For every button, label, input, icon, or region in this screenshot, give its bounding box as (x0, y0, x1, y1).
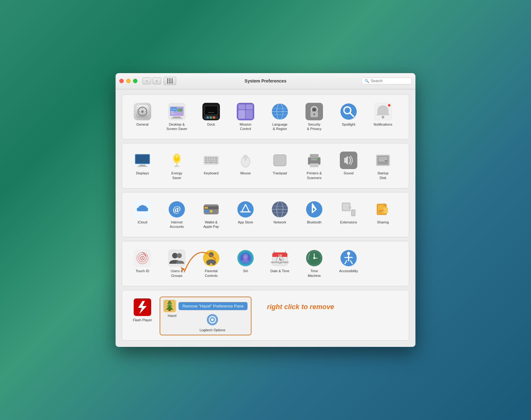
printers-scanners-label: Printers &Scanners (307, 171, 322, 180)
general-icon (134, 103, 151, 120)
pref-wallet-applepay[interactable]: Wallet &Apple Pay (194, 198, 228, 232)
mouse-icon (237, 152, 254, 169)
pref-date-time[interactable]: 18MON TUE WED Date & Time (263, 246, 297, 281)
network-label: Network (274, 220, 286, 224)
svg-rect-109 (379, 210, 384, 211)
svg-point-19 (213, 116, 215, 119)
svg-rect-57 (205, 159, 207, 161)
svg-rect-63 (208, 162, 214, 163)
pref-spotlight[interactable]: Spotlight (331, 100, 366, 134)
svg-rect-25 (246, 110, 253, 119)
titlebar: ‹ › System Preferences 🔍 (116, 73, 415, 89)
pref-trackpad[interactable]: Trackpad (263, 148, 297, 183)
sharing-icon (374, 201, 392, 218)
pref-printers-scanners[interactable]: Printers &Scanners (297, 148, 331, 183)
pref-icloud[interactable]: iCloud (125, 198, 160, 232)
mission-control-icon (237, 103, 254, 120)
pref-displays[interactable]: Displays (125, 148, 160, 183)
pref-extensions[interactable]: Extensions (331, 198, 366, 232)
desktop-screensaver-label: Desktop &Screen Saver (166, 122, 187, 131)
window-controls (119, 79, 137, 83)
section-system: Touch ID Users &Groups ParentalControls (122, 241, 409, 286)
svg-point-142 (313, 257, 315, 259)
pref-users-groups[interactable]: Users &Groups (160, 246, 194, 281)
language-region-label: Language& Region (272, 122, 288, 131)
notifications-label: Notifications (374, 122, 392, 127)
svg-rect-89 (210, 210, 212, 212)
pref-keyboard[interactable]: Keyboard (194, 148, 228, 183)
mission-control-label: MissionControl (240, 122, 251, 131)
grid-view-button[interactable] (164, 77, 176, 85)
svg-rect-74 (311, 159, 317, 160)
desktop-screensaver-icon: FileNewOne (168, 103, 186, 120)
pref-app-store[interactable]: App Store (228, 198, 263, 232)
spotlight-icon (340, 103, 357, 120)
pref-accessibility[interactable]: Accessibility (331, 246, 366, 281)
hazel-item-row: Remove "Hazel" Preference Pane (163, 300, 248, 312)
back-button[interactable]: ‹ (142, 78, 151, 84)
svg-rect-60 (213, 159, 215, 161)
pref-desktop-screensaver[interactable]: FileNewOne Desktop &Screen Saver (160, 100, 194, 134)
printers-scanners-icon (305, 152, 323, 169)
pref-sound[interactable]: Sound (331, 148, 366, 183)
svg-rect-117 (168, 249, 186, 267)
pref-siri[interactable]: Siri (228, 246, 263, 281)
svg-rect-72 (310, 154, 319, 158)
svg-point-34 (313, 108, 316, 111)
svg-rect-6 (173, 117, 181, 118)
third-party-labels-row: Hazel Logitech Options (163, 313, 248, 332)
svg-rect-111 (384, 208, 388, 213)
svg-point-92 (237, 201, 254, 218)
context-menu-area: Remove "Hazel" Preference Pane Hazel (160, 297, 334, 335)
pref-startup-disk[interactable]: StartupDisk (366, 148, 400, 183)
close-button[interactable] (119, 79, 124, 83)
maximize-button[interactable] (133, 79, 137, 83)
energy-saver-label: EnergySaver (171, 171, 182, 180)
pref-sharing[interactable]: Sharing (366, 198, 400, 232)
preferences-content: General FileNewOne Desktop &Screen Saver… (116, 89, 415, 347)
svg-rect-73 (310, 163, 319, 167)
pref-internet-accounts[interactable]: @ InternetAccounts (160, 198, 194, 232)
svg-point-50 (176, 155, 178, 158)
svg-rect-62 (205, 162, 208, 163)
svg-rect-43 (136, 155, 149, 163)
minimize-button[interactable] (126, 79, 131, 83)
svg-rect-104 (349, 206, 351, 209)
svg-rect-80 (379, 159, 387, 160)
time-machine-icon (305, 249, 323, 267)
svg-rect-69 (274, 155, 286, 166)
svg-rect-79 (379, 157, 387, 158)
svg-rect-91 (204, 207, 208, 208)
network-icon (271, 201, 289, 218)
pref-mouse[interactable]: Mouse (228, 148, 263, 183)
svg-rect-82 (385, 160, 387, 161)
svg-point-37 (340, 103, 357, 120)
pref-time-machine[interactable]: TimeMachine (297, 246, 331, 281)
pref-bluetooth[interactable]: Bluetooth (297, 198, 331, 232)
general-label: General (136, 122, 148, 127)
pref-energy-saver[interactable]: EnergySaver (160, 148, 194, 183)
forward-button[interactable]: › (152, 78, 161, 84)
notifications-icon (374, 103, 392, 120)
pref-dock[interactable]: Dock (194, 100, 228, 134)
pref-language-region[interactable]: Language& Region (263, 100, 297, 134)
pref-network[interactable]: Network (263, 198, 297, 232)
pref-mission-control[interactable]: MissionControl (228, 100, 263, 134)
pref-notifications[interactable]: Notifications (366, 100, 400, 134)
svg-rect-45 (137, 166, 147, 167)
context-menu-remove-hazel[interactable]: Remove "Hazel" Preference Pane (179, 302, 247, 310)
pref-general[interactable]: General (125, 100, 160, 134)
pref-parental-controls[interactable]: ParentalControls (194, 246, 228, 281)
search-box[interactable]: 🔍 (362, 78, 412, 84)
pref-security-privacy[interactable]: Security& Privacy (297, 100, 331, 134)
svg-rect-76 (340, 152, 357, 169)
trackpad-icon (271, 152, 289, 169)
hazel-label: Hazel (163, 313, 181, 332)
pref-flash-player[interactable]: Flash Player (125, 295, 160, 325)
time-machine-label: TimeMachine (308, 269, 321, 278)
trackpad-label: Trackpad (273, 171, 287, 175)
svg-rect-22 (238, 104, 245, 109)
svg-point-18 (210, 116, 212, 119)
search-input[interactable] (371, 79, 409, 83)
pref-touch-id[interactable]: Touch ID (125, 246, 160, 281)
